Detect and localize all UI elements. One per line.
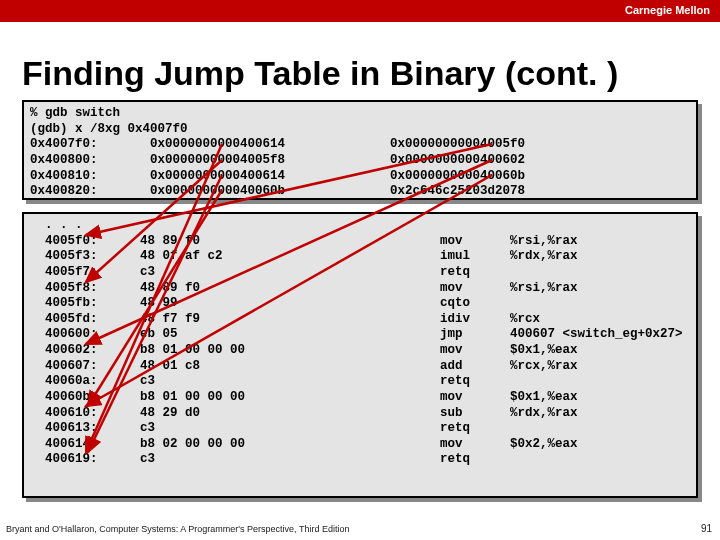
asm-mnemonic: retq	[440, 265, 510, 281]
asm-addr: 4005f3:	[30, 249, 140, 265]
asm-operands: $0x1,%eax	[510, 343, 690, 359]
disassembly-box: . . . 4005f0:48 89 f0mov%rsi,%rax 4005f3…	[22, 212, 698, 498]
asm-addr: 400613:	[30, 421, 140, 437]
asm-operands: %rcx	[510, 312, 690, 328]
asm-row: 40060a:c3retq	[30, 374, 690, 390]
asm-operands: 400607 <switch_eg+0x27>	[510, 327, 690, 343]
asm-bytes: c3	[140, 452, 440, 468]
asm-addr: 4005f8:	[30, 281, 140, 297]
asm-operands	[510, 296, 690, 312]
asm-bytes: 48 29 d0	[140, 406, 440, 422]
asm-bytes: c3	[140, 421, 440, 437]
asm-addr: 400610:	[30, 406, 140, 422]
asm-operands: %rdx,%rax	[510, 249, 690, 265]
asm-row: 4005f8:48 89 f0mov%rsi,%rax	[30, 281, 690, 297]
asm-addr: 4005f7:	[30, 265, 140, 281]
slide-title: Finding Jump Table in Binary (cont. )	[22, 54, 618, 93]
gdb-output-box: % gdb switch (gdb) x /8xg 0x4007f0 0x400…	[22, 100, 698, 200]
footer-text: Bryant and O'Hallaron, Computer Systems:…	[6, 524, 349, 534]
asm-row: 400610:48 29 d0sub%rdx,%rax	[30, 406, 690, 422]
asm-row: 4005fd:48 f7 f9idiv%rcx	[30, 312, 690, 328]
asm-row: 4005f3:48 0f af c2imul%rdx,%rax	[30, 249, 690, 265]
asm-row: 4005fb:48 99cqto	[30, 296, 690, 312]
asm-mnemonic: mov	[440, 343, 510, 359]
asm-row: 400600:eb 05jmp400607 <switch_eg+0x27>	[30, 327, 690, 343]
asm-bytes: 48 01 c8	[140, 359, 440, 375]
asm-operands: %rcx,%rax	[510, 359, 690, 375]
asm-ellipsis: . . .	[30, 218, 690, 234]
asm-operands	[510, 452, 690, 468]
brand-bar: Carnegie Mellon	[0, 0, 720, 22]
asm-addr: 4005fb:	[30, 296, 140, 312]
asm-row: 400602:b8 01 00 00 00mov$0x1,%eax	[30, 343, 690, 359]
asm-row: 400619:c3retq	[30, 452, 690, 468]
asm-operands: %rsi,%rax	[510, 281, 690, 297]
asm-addr: 400600:	[30, 327, 140, 343]
asm-addr: 40060b:	[30, 390, 140, 406]
asm-mnemonic: retq	[440, 452, 510, 468]
brand-text: Carnegie Mellon	[625, 4, 710, 16]
asm-mnemonic: mov	[440, 437, 510, 453]
asm-operands	[510, 374, 690, 390]
asm-mnemonic: idiv	[440, 312, 510, 328]
asm-row: 4005f7:c3retq	[30, 265, 690, 281]
asm-operands: $0x2,%eax	[510, 437, 690, 453]
asm-mnemonic: retq	[440, 421, 510, 437]
asm-mnemonic: retq	[440, 374, 510, 390]
asm-mnemonic: sub	[440, 406, 510, 422]
asm-mnemonic: cqto	[440, 296, 510, 312]
asm-addr: 400607:	[30, 359, 140, 375]
asm-operands	[510, 421, 690, 437]
asm-bytes: 48 f7 f9	[140, 312, 440, 328]
asm-row: 400607:48 01 c8add%rcx,%rax	[30, 359, 690, 375]
asm-mnemonic: mov	[440, 234, 510, 250]
asm-operands: %rdx,%rax	[510, 406, 690, 422]
asm-operands	[510, 265, 690, 281]
asm-addr: 400602:	[30, 343, 140, 359]
asm-addr: 400619:	[30, 452, 140, 468]
asm-row: 40060b:b8 01 00 00 00mov$0x1,%eax	[30, 390, 690, 406]
asm-operands: %rsi,%rax	[510, 234, 690, 250]
asm-bytes: b8 01 00 00 00	[140, 390, 440, 406]
asm-bytes: b8 02 00 00 00	[140, 437, 440, 453]
asm-addr: 4005fd:	[30, 312, 140, 328]
asm-mnemonic: imul	[440, 249, 510, 265]
asm-addr: 40060a:	[30, 374, 140, 390]
page-number: 91	[701, 523, 712, 534]
asm-mnemonic: jmp	[440, 327, 510, 343]
asm-mnemonic: add	[440, 359, 510, 375]
asm-mnemonic: mov	[440, 281, 510, 297]
asm-row: 400614:b8 02 00 00 00mov$0x2,%eax	[30, 437, 690, 453]
asm-row: 400613:c3retq	[30, 421, 690, 437]
asm-operands: $0x1,%eax	[510, 390, 690, 406]
asm-bytes: 48 89 f0	[140, 234, 440, 250]
asm-addr: 4005f0:	[30, 234, 140, 250]
asm-mnemonic: mov	[440, 390, 510, 406]
asm-bytes: 48 0f af c2	[140, 249, 440, 265]
asm-bytes: eb 05	[140, 327, 440, 343]
asm-bytes: 48 89 f0	[140, 281, 440, 297]
asm-addr: 400614:	[30, 437, 140, 453]
asm-row: 4005f0:48 89 f0mov%rsi,%rax	[30, 234, 690, 250]
asm-bytes: 48 99	[140, 296, 440, 312]
asm-bytes: b8 01 00 00 00	[140, 343, 440, 359]
asm-bytes: c3	[140, 374, 440, 390]
asm-bytes: c3	[140, 265, 440, 281]
